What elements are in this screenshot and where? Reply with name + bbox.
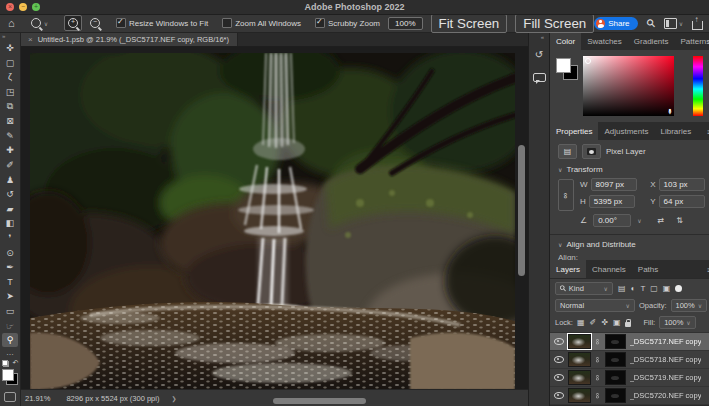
layer-visibility-eye-icon[interactable]	[554, 338, 564, 345]
foreground-color-swatch[interactable]	[2, 369, 14, 381]
flip-vertical-icon[interactable]: ⇅	[676, 216, 683, 225]
layer-name[interactable]: _DSC5717.NEF copy	[630, 337, 702, 346]
fit-screen-button[interactable]: Fit Screen	[431, 14, 508, 33]
layer-thumbnail[interactable]	[568, 334, 591, 349]
canvas-area[interactable]: 21.91% 8296 px x 5524 px (300 ppi) ❯	[20, 46, 528, 406]
vertical-scrollbar[interactable]	[518, 145, 525, 276]
horizontal-scrollbar[interactable]	[273, 398, 366, 404]
layer-name[interactable]: _DSC5719.NEF copy	[630, 373, 702, 382]
panel-tab[interactable]: Color	[550, 32, 581, 50]
fill-dropdown[interactable]: 100% ∨	[659, 316, 696, 329]
gradient-tool[interactable]: ◧	[2, 216, 18, 231]
zoom-level-field[interactable]: 100%	[388, 17, 422, 30]
filter-shape-layers-icon[interactable]: ▢	[650, 284, 658, 293]
swap-colors-icon[interactable]: ↶	[13, 359, 19, 367]
image-thumbnail-icon[interactable]: ▤	[558, 144, 577, 159]
saturation-brightness-box[interactable]	[583, 56, 674, 116]
checkbox[interactable]	[116, 18, 126, 28]
lock-pixels-icon[interactable]: ✐	[590, 318, 597, 327]
panel-color-swatches[interactable]	[556, 58, 578, 80]
zoom-out-button[interactable]: −	[86, 15, 104, 31]
checkbox[interactable]	[315, 18, 325, 28]
layer-name[interactable]: _DSC5718.NEF copy	[630, 355, 702, 364]
home-icon[interactable]: ⌂	[8, 18, 15, 28]
status-zoom-level[interactable]: 21.91%	[25, 394, 50, 403]
move-tool[interactable]: ✜	[2, 41, 18, 56]
opacity-dropdown[interactable]: 100% ∨	[671, 299, 708, 312]
layer-mask-thumbnail[interactable]	[605, 334, 626, 349]
panel-tab[interactable]: Adjustments	[598, 122, 654, 140]
filter-smart-objects-icon[interactable]: ▣	[663, 284, 671, 293]
layer-filter-kind-dropdown[interactable]: ⚲ Kind ∨	[555, 282, 613, 295]
blur-tool[interactable]: ❜	[2, 231, 18, 246]
healing-brush-tool[interactable]: ✚	[2, 143, 18, 158]
rectangle-tool[interactable]: ▭	[2, 304, 18, 319]
comments-panel-icon[interactable]	[529, 69, 549, 85]
chevron-down-icon[interactable]: ∨	[637, 217, 641, 224]
eyedropper-tool[interactable]: ✎	[2, 129, 18, 144]
transform-input[interactable]: 64 px	[659, 195, 705, 208]
screen-mode-button[interactable]	[4, 392, 16, 402]
default-colors-icon[interactable]	[2, 360, 9, 367]
mask-link-icon[interactable]: ∞	[593, 357, 602, 363]
history-brush-tool[interactable]: ↺	[2, 187, 18, 202]
options-toggle[interactable]: Resize Windows to Fit	[116, 18, 208, 28]
lasso-tool[interactable]: ζ	[2, 70, 18, 85]
flip-horizontal-icon[interactable]: ⇄	[658, 216, 665, 225]
close-icon[interactable]: ×	[28, 35, 33, 44]
chevron-down-icon[interactable]: ∨	[558, 166, 562, 173]
share-button[interactable]: Share	[594, 17, 637, 30]
dodge-tool[interactable]: ⊙	[2, 245, 18, 260]
status-chevron-icon[interactable]: ❯	[171, 395, 176, 402]
layer-name[interactable]: _DSC5720.NEF copy	[630, 391, 702, 400]
clone-stamp-tool[interactable]: ♟	[2, 172, 18, 187]
mask-link-icon[interactable]: ∞	[593, 393, 602, 399]
layer-thumbnail[interactable]	[568, 370, 591, 385]
lock-position-icon[interactable]: ✜	[601, 318, 608, 327]
export-share-icon[interactable]	[692, 21, 703, 30]
layer-row[interactable]: ∞ _DSC5719.NEF copy	[550, 369, 709, 387]
checkbox[interactable]	[222, 18, 232, 28]
collapse-panels-icon[interactable]: «	[541, 34, 544, 40]
workspace-switcher[interactable]: ∨	[664, 18, 683, 29]
options-toggle[interactable]: Zoom All Windows	[222, 18, 301, 28]
type-tool[interactable]: T	[2, 275, 18, 290]
panel-tab[interactable]: Paths	[632, 260, 664, 278]
rotation-angle-input[interactable]: 0.00°	[593, 214, 631, 227]
toolbar-expand-icon[interactable]: »	[0, 33, 5, 39]
document-tab[interactable]: × Untitled-1.psb @ 21.9% (_DSC5717.NEF c…	[20, 32, 238, 46]
foreground-color-swatch[interactable]	[556, 58, 571, 73]
brush-tool[interactable]: ✐	[2, 158, 18, 173]
mask-link-icon[interactable]: ∞	[593, 375, 602, 381]
options-toggle[interactable]: Scrubby Zoom	[315, 18, 380, 28]
fill-screen-button[interactable]: Fill Screen	[515, 14, 594, 33]
layer-row[interactable]: ∞ _DSC5717.NEF copy	[550, 333, 709, 351]
object-selection-tool[interactable]: ◳	[2, 85, 18, 100]
layer-row[interactable]: ∞ _DSC5718.NEF copy	[550, 351, 709, 369]
filter-pixel-layers-icon[interactable]: ▤	[618, 284, 626, 293]
zoom-tool-indicator[interactable]: ∨	[31, 18, 48, 28]
eraser-tool[interactable]: ▰	[2, 202, 18, 217]
layer-mask-thumbnail[interactable]	[605, 388, 626, 403]
mask-link-icon[interactable]: ∞	[593, 339, 602, 345]
layer-mask-thumbnail[interactable]	[605, 352, 626, 367]
panel-tab[interactable]: Layers	[550, 260, 586, 278]
layer-row[interactable]: ∞ _DSC5720.NEF copy	[550, 387, 709, 405]
layer-visibility-eye-icon[interactable]	[554, 356, 564, 363]
zoom-tool[interactable]: ⚲	[2, 333, 18, 348]
filter-type-layers-icon[interactable]: T	[640, 284, 645, 293]
transform-input[interactable]: 5395 px	[589, 195, 635, 208]
panel-tab[interactable]: Libraries	[655, 122, 698, 140]
layer-thumbnail[interactable]	[568, 388, 591, 403]
color-picker-ring[interactable]	[585, 58, 591, 64]
zoom-in-button[interactable]: +	[64, 15, 82, 31]
link-dimensions-icon[interactable]: ∞	[558, 179, 574, 211]
marquee-tool[interactable]: ▢	[2, 56, 18, 71]
layer-mask-thumbnail[interactable]	[605, 370, 626, 385]
chevron-down-icon[interactable]: ∨	[558, 241, 562, 248]
panel-tab[interactable]: Patterns	[675, 32, 709, 50]
frame-tool[interactable]: ⊠	[2, 114, 18, 129]
pen-tool[interactable]: ✒	[2, 260, 18, 275]
hand-tool[interactable]: ☞	[2, 318, 18, 333]
mask-thumbnail-icon[interactable]	[582, 144, 601, 159]
